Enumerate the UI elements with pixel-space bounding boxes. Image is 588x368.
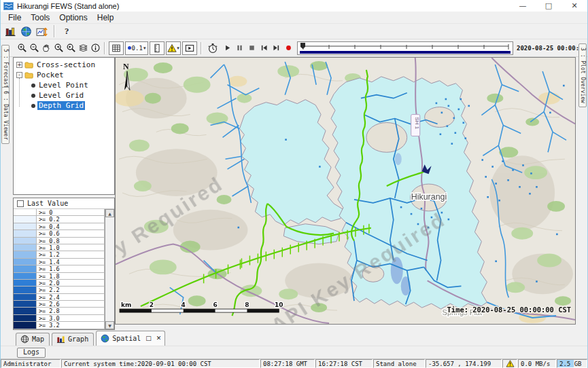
timeline-slider[interactable] xyxy=(297,41,513,55)
app-logo-icon xyxy=(3,2,14,10)
legend-row[interactable]: >= 0.4 xyxy=(14,223,105,230)
legend-row[interactable]: >= 1.6 xyxy=(14,265,105,272)
stop-button[interactable] xyxy=(246,41,257,55)
menu-tools[interactable]: Tools xyxy=(26,13,54,22)
legend-color-swatch xyxy=(14,280,37,286)
menu-help[interactable]: Help xyxy=(92,13,119,22)
status-gmt-time: 08:27:18 GMT xyxy=(260,359,315,368)
layers-button[interactable] xyxy=(77,41,88,55)
menu-options[interactable]: Options xyxy=(54,13,92,22)
tab-data-viewer[interactable]: 6 : Data Viewer xyxy=(1,87,10,144)
legend-row[interactable]: >= 3.0 xyxy=(14,315,105,322)
legend-row[interactable]: >= 1.2 xyxy=(14,251,105,258)
tree-item-depth-grid[interactable]: Depth Grid xyxy=(14,100,114,111)
svg-text:km: km xyxy=(121,301,131,308)
grid-display-button[interactable] xyxy=(109,41,124,55)
legend-row[interactable]: >= 1.8 xyxy=(14,273,105,280)
legend-row-label: >= 0.4 xyxy=(37,223,105,229)
legend-row-label: >= 2.6 xyxy=(37,301,105,307)
zoom-next-button[interactable] xyxy=(65,41,76,55)
tree-item-level-point[interactable]: Level Point xyxy=(14,80,114,90)
window-title: Hikurangi FEWS (Stand alone) xyxy=(17,2,119,10)
map-toolbar: 0.1 ▾ ▾ xyxy=(1,39,587,57)
legend-row[interactable]: >= 0 xyxy=(14,209,105,216)
tab-spatial[interactable]: Spatial □ ✕ xyxy=(96,331,165,346)
zoom-in-button[interactable] xyxy=(16,41,27,55)
logs-button[interactable]: Logs xyxy=(17,348,46,358)
tab-forecast[interactable]: 5 : Forecast xyxy=(1,45,10,92)
legend-row[interactable]: >= 1.0 xyxy=(14,244,105,251)
tab-close-icon[interactable]: ✕ xyxy=(156,335,162,342)
main-toolbar: ? xyxy=(1,24,587,39)
legend-row[interactable]: >= 3.2 xyxy=(14,322,105,329)
status-local-time: 16:27:18 CST xyxy=(315,359,373,368)
legend-row[interactable]: >= 2.8 xyxy=(14,308,105,314)
vertical-ruler-button[interactable] xyxy=(150,41,165,55)
filter-tree: + Cross-section - Pocket Level Point Lev… xyxy=(13,57,115,195)
zoom-out-button[interactable] xyxy=(29,41,39,55)
legend-row[interactable]: >= 2.4 xyxy=(14,294,105,301)
legend-row[interactable]: >= 0.6 xyxy=(14,230,105,237)
legend-row-label: >= 2.2 xyxy=(37,287,105,293)
legend-row[interactable]: >= 2.6 xyxy=(14,301,105,308)
legend-row-label: >= 2.8 xyxy=(37,308,105,314)
pan-hand-button[interactable] xyxy=(41,41,52,55)
timeline-handle[interactable] xyxy=(300,43,305,49)
play-button[interactable] xyxy=(222,41,232,55)
legend-color-swatch xyxy=(14,244,37,251)
skip-to-start-button[interactable] xyxy=(258,41,269,55)
legend-row-label: >= 0 xyxy=(37,209,105,215)
timeseries-dialog-icon[interactable] xyxy=(35,26,48,37)
tree-item-level-grid[interactable]: Level Grid xyxy=(14,90,114,100)
status-warning[interactable] xyxy=(502,359,517,368)
legend-row[interactable]: >= 0.2 xyxy=(14,216,105,223)
collapse-icon[interactable]: - xyxy=(16,72,22,78)
legend-color-swatch xyxy=(14,273,37,279)
contour-interval-dropdown[interactable]: 0.1 ▾ xyxy=(125,41,148,55)
tree-item-cross-section[interactable]: + Cross-section xyxy=(14,60,114,70)
close-button[interactable]: ✕ xyxy=(561,1,587,10)
wireframe-globe-icon xyxy=(20,335,29,344)
info-button[interactable] xyxy=(90,41,101,55)
svg-text:6: 6 xyxy=(213,301,217,308)
left-panel: + Cross-section - Pocket Level Point Lev… xyxy=(13,57,115,330)
help-button[interactable]: ? xyxy=(65,26,69,37)
time-step-clock-button[interactable] xyxy=(205,41,220,55)
map-canvas[interactable]: SH 1 API Key Required API Key Required H… xyxy=(115,57,576,325)
menu-file[interactable]: File xyxy=(3,13,26,22)
minimize-button[interactable]: — xyxy=(510,1,536,10)
tree-item-pocket[interactable]: - Pocket xyxy=(14,70,114,80)
legend-row[interactable]: >= 0.8 xyxy=(14,238,105,244)
animation-movie-button[interactable] xyxy=(182,41,197,55)
last-value-checkbox[interactable] xyxy=(17,200,24,207)
tab-plot-overview[interactable]: 3 : Plot Overview xyxy=(578,43,587,107)
record-button[interactable] xyxy=(283,41,294,55)
zoom-previous-button[interactable] xyxy=(53,41,64,55)
legend-scrollbar[interactable]: ▲ ▼ xyxy=(105,209,114,329)
blue-globe-icon xyxy=(101,334,109,343)
legend-row-label: >= 3.0 xyxy=(37,315,105,321)
scroll-down-icon[interactable]: ▼ xyxy=(105,321,114,329)
legend-row-label: >= 1.8 xyxy=(37,273,105,279)
map-display-globe-icon[interactable] xyxy=(20,26,33,37)
scroll-up-icon[interactable]: ▲ xyxy=(105,209,114,217)
legend-color-swatch xyxy=(14,209,37,215)
tree-item-label: Pocket xyxy=(35,71,65,79)
folder-icon xyxy=(24,71,33,79)
svg-text:2: 2 xyxy=(150,301,154,308)
tab-graph[interactable]: Graph xyxy=(52,333,94,346)
maximize-button[interactable]: □ xyxy=(536,1,561,10)
skip-to-end-button[interactable] xyxy=(271,41,281,55)
tab-map[interactable]: Map xyxy=(16,333,50,346)
tab-maximize-icon[interactable]: □ xyxy=(145,335,152,342)
legend-row[interactable]: >= 2.2 xyxy=(14,287,105,293)
legend-row[interactable]: >= 1.4 xyxy=(14,259,105,265)
svg-text:10: 10 xyxy=(275,301,283,308)
warnings-dropdown[interactable]: ▾ xyxy=(166,41,181,55)
legend-color-swatch xyxy=(14,315,37,321)
expand-icon[interactable]: + xyxy=(16,62,22,68)
pause-button[interactable] xyxy=(234,41,245,55)
legend-row[interactable]: >= 2.0 xyxy=(14,280,105,287)
legend-panel: Last Value >= 0 >= 0.2 >= 0.4 >= 0.6 >= … xyxy=(13,198,115,330)
datastore-icon[interactable] xyxy=(4,26,17,37)
